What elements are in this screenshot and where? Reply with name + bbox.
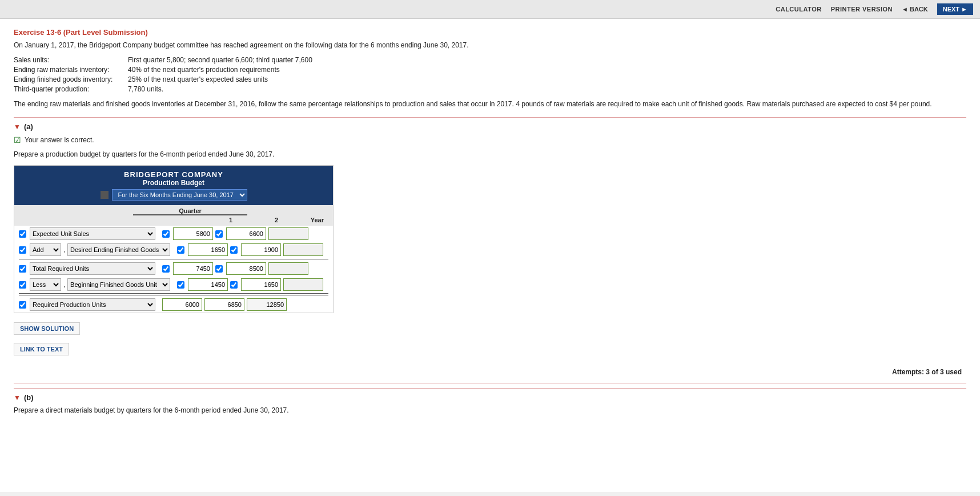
budget-company-name: BRIDGEPORT COMPANY — [17, 170, 331, 179]
year-desired-ending-input[interactable] — [283, 243, 323, 256]
main-content: Exercise 13-6 (Part Level Submission) On… — [0, 19, 980, 492]
data-label-third-quarter: Third-quarter production: — [14, 85, 128, 93]
prepare-text-a: Prepare a production budget by quarters … — [14, 150, 966, 158]
required-production-select[interactable]: Required Production Units — [30, 298, 155, 311]
row-expected-unit-sales: Expected Unit Sales — [14, 226, 333, 242]
triangle-icon-a: ▼ — [14, 123, 21, 131]
checkbox-q2-less[interactable] — [230, 281, 238, 289]
row-less-beginning: Less , Beginning Finished Goods Unit — [14, 277, 333, 293]
section-a-label: (a) — [24, 122, 33, 131]
budget-title: Production Budget — [17, 179, 331, 187]
q1-required-production-input[interactable] — [162, 298, 202, 311]
col-header-year: Year — [283, 217, 328, 223]
less-separator: , — [63, 281, 65, 288]
col-header-q2: 2 — [237, 217, 283, 223]
quarter-header-label: Quarter — [133, 207, 247, 214]
divider-2-bottom — [19, 295, 328, 295]
checkbox-q1-total[interactable] — [162, 265, 170, 273]
row-total-required: Total Required Units — [14, 261, 333, 277]
calculator-button[interactable]: CALCULATOR — [776, 6, 821, 13]
q1-expected-sales-input[interactable] — [173, 227, 213, 240]
budget-header: BRIDGEPORT COMPANY Production Budget For… — [14, 166, 333, 205]
budget-period-row: For the Six Months Ending June 30, 2017 — [17, 189, 331, 201]
correct-message: ☑ Your answer is correct. — [14, 135, 966, 145]
attempts-count: Attempts: 3 of 3 used — [14, 368, 966, 376]
add-separator: , — [63, 246, 65, 253]
link-to-text-button[interactable]: LINK TO TEXT — [14, 343, 69, 355]
checkbox-q2-expected[interactable] — [215, 230, 223, 238]
top-navigation-bar: CALCULATOR PRINTER VERSION ◄ BACK NEXT ► — [0, 0, 980, 19]
checkbox-add-row[interactable] — [19, 246, 26, 254]
next-button[interactable]: NEXT ► — [937, 3, 973, 15]
add-prefix-select[interactable]: Add — [30, 243, 61, 256]
back-button[interactable]: ◄ BACK — [902, 6, 928, 13]
checkbox-q2-add[interactable] — [230, 246, 238, 254]
budget-period-select[interactable]: For the Six Months Ending June 30, 2017 — [112, 189, 247, 201]
col-header-q1: 1 — [191, 217, 237, 223]
data-row-sales: Sales units: First quarter 5,800; second… — [14, 56, 966, 64]
checkbox-q2-total[interactable] — [215, 265, 223, 273]
section-b-container: ▼ (b) Prepare a direct materials budget … — [14, 383, 966, 414]
q1-beginning-goods-input[interactable] — [188, 278, 228, 291]
section-b-label: (b) — [24, 393, 34, 402]
expected-unit-sales-select[interactable]: Expected Unit Sales — [30, 227, 155, 240]
year-expected-sales-input[interactable] — [268, 227, 308, 240]
data-value-finished-goods: 25% of the next quarter's expected sales… — [128, 75, 966, 83]
checkbox-q1-expected[interactable] — [162, 230, 170, 238]
q2-desired-ending-input[interactable] — [241, 243, 281, 256]
checkbox-less-row[interactable] — [19, 281, 26, 289]
year-beginning-goods-input[interactable] — [283, 278, 323, 291]
q2-total-required-input[interactable] — [226, 262, 266, 275]
checkmark-icon: ☑ — [14, 135, 21, 145]
data-label-finished-goods: Ending finished goods inventory: — [14, 75, 128, 83]
row-required-production: Required Production Units — [14, 297, 333, 313]
checkbox-required-production[interactable] — [19, 301, 26, 309]
divider-1 — [19, 259, 328, 259]
q2-required-production-input[interactable] — [204, 298, 244, 311]
data-label-raw-materials: Ending raw materials inventory: — [14, 66, 128, 74]
desired-ending-select[interactable]: Desired Ending Finished Goods Unit — [67, 243, 170, 256]
data-value-sales: First quarter 5,800; second quarter 6,60… — [128, 56, 966, 64]
section-b-header: ▼ (b) — [14, 388, 966, 402]
printer-version-button[interactable]: PRINTER VERSION — [831, 6, 893, 13]
checkbox-expected-sales[interactable] — [19, 230, 26, 238]
exercise-title: Exercise 13-6 (Part Level Submission) — [14, 28, 966, 37]
section-a-header: ▼ (a) — [14, 117, 966, 131]
beginning-finished-goods-select[interactable]: Beginning Finished Goods Unit — [67, 278, 170, 291]
data-row-finished-goods: Ending finished goods inventory: 25% of … — [14, 75, 966, 83]
q2-beginning-goods-input[interactable] — [241, 278, 281, 291]
checkbox-q1-less[interactable] — [177, 281, 184, 289]
year-required-production-input[interactable] — [247, 298, 287, 311]
triangle-icon-b: ▼ — [14, 394, 21, 402]
ending-note: The ending raw materials and finished go… — [14, 99, 966, 109]
data-value-raw-materials: 40% of the next quarter's production req… — [128, 66, 966, 74]
q1-desired-ending-input[interactable] — [188, 243, 228, 256]
production-budget-table: BRIDGEPORT COMPANY Production Budget For… — [14, 165, 334, 313]
quarter-subheader: Quarter 1 2 Year — [14, 205, 333, 226]
exercise-data-table: Sales units: First quarter 5,800; second… — [14, 56, 966, 93]
data-label-sales: Sales units: — [14, 56, 128, 64]
row-add-desired-ending: Add , Desired Ending Finished Goods Unit — [14, 242, 333, 258]
prepare-text-b: Prepare a direct materials budget by qua… — [14, 406, 966, 414]
q1-total-required-input[interactable] — [173, 262, 213, 275]
checkbox-total-required[interactable] — [19, 265, 26, 273]
year-total-required-input[interactable] — [268, 262, 308, 275]
q2-expected-sales-input[interactable] — [226, 227, 266, 240]
show-solution-button[interactable]: SHOW SOLUTION — [14, 322, 80, 335]
checkbox-q1-add[interactable] — [177, 246, 184, 254]
exercise-intro: On January 1, 2017, the Bridgeport Compa… — [14, 40, 966, 50]
data-value-third-quarter: 7,780 units. — [128, 85, 966, 93]
divider-2-top — [19, 293, 328, 294]
less-prefix-select[interactable]: Less — [30, 278, 61, 291]
total-required-select[interactable]: Total Required Units — [30, 262, 155, 275]
period-checkbox-icon — [101, 191, 109, 199]
correct-text: Your answer is correct. — [25, 136, 94, 144]
data-row-raw-materials: Ending raw materials inventory: 40% of t… — [14, 66, 966, 74]
data-row-third-quarter: Third-quarter production: 7,780 units. — [14, 85, 966, 93]
